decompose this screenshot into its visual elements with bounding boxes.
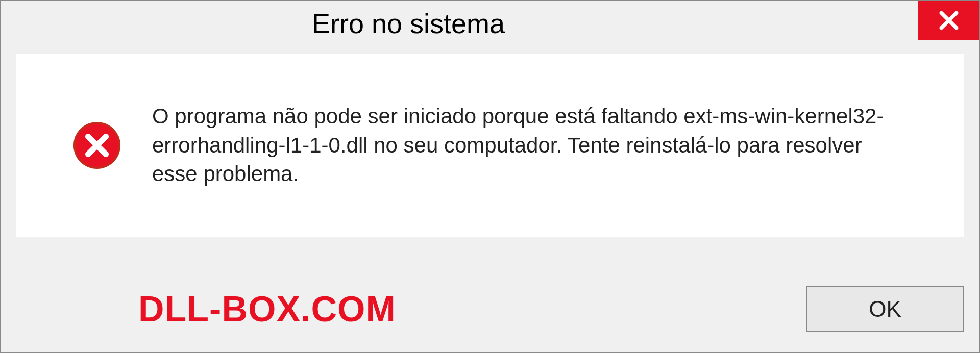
ok-button[interactable]: OK	[806, 286, 964, 332]
ok-button-label: OK	[869, 296, 901, 322]
error-dialog: Erro no sistema O programa não pode ser …	[0, 0, 980, 353]
titlebar: Erro no sistema	[1, 1, 979, 46]
close-button[interactable]	[918, 1, 979, 40]
error-message: O programa não pode ser iniciado porque …	[152, 102, 913, 189]
error-icon	[72, 121, 121, 170]
watermark-text: DLL-BOX.COM	[16, 289, 396, 330]
footer: DLL-BOX.COM OK	[16, 281, 964, 337]
close-icon	[938, 9, 960, 32]
dialog-title: Erro no sistema	[312, 8, 505, 39]
content-area: O programa não pode ser iniciado porque …	[16, 54, 964, 237]
